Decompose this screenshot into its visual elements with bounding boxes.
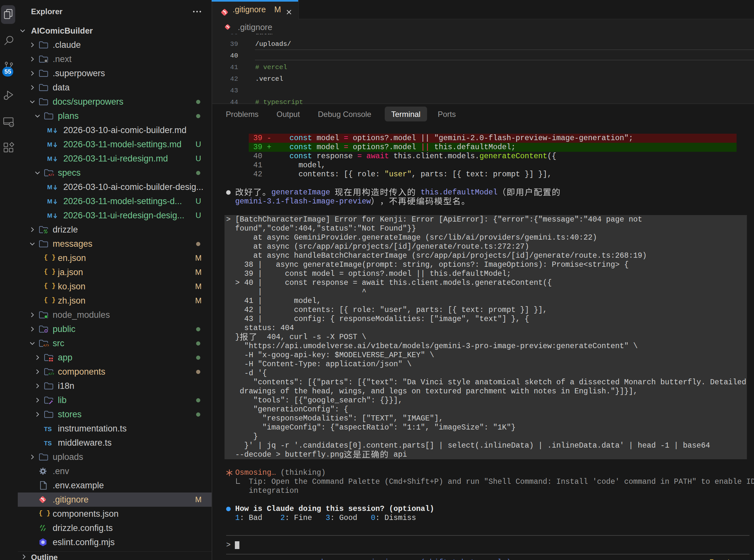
svg-text:</>: </> [43, 344, 49, 347]
svg-text:M: M [47, 198, 52, 205]
svg-text:M: M [47, 127, 52, 134]
svg-text:M: M [47, 212, 52, 219]
svg-text:</>: </> [48, 173, 54, 177]
svg-text:M: M [47, 184, 52, 191]
svg-text:M: M [47, 155, 52, 162]
svg-text:M: M [47, 141, 52, 148]
svg-text:><: >< [10, 123, 14, 127]
svg-text:</>: </> [48, 372, 54, 376]
